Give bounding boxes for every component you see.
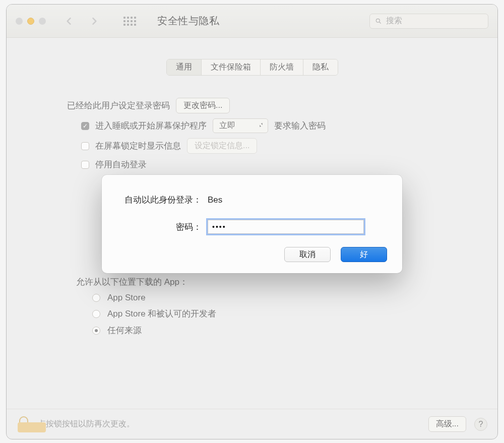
autologin-label: 自动以此身份登录：: [117, 194, 208, 206]
dialog-scrim: 自动以此身份登录： Bes 密码： 取消 好: [7, 5, 497, 439]
autologin-user: Bes: [208, 195, 387, 205]
preferences-window: 安全性与隐私 搜索 通用 文件保险箱 防火墙 隐私 已经给此用户设定登录密码 更…: [6, 4, 498, 439]
ok-button[interactable]: 好: [341, 247, 387, 262]
password-input[interactable]: [208, 220, 364, 234]
password-label: 密码：: [117, 221, 208, 233]
password-dialog: 自动以此身份登录： Bes 密码： 取消 好: [102, 175, 402, 273]
cancel-button[interactable]: 取消: [284, 247, 331, 262]
